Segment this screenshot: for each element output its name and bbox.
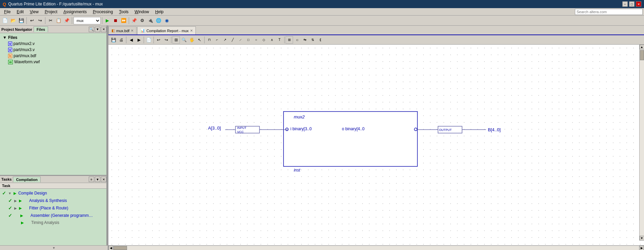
project-dropdown[interactable]: mux [74,17,101,24]
left-panel-resize[interactable] [106,26,108,250]
menu-file[interactable]: File [1,9,13,15]
menu-window[interactable]: Window [132,9,152,15]
toolbar-programmer[interactable]: 🔌 [147,17,154,24]
tasks-menu-btn1[interactable]: ≡ [89,177,94,182]
task-play-analysis[interactable]: ▶ [19,199,22,203]
bdf-redo[interactable]: ↪ [163,36,170,44]
menu-help[interactable]: Help [152,9,166,15]
task-timing[interactable]: ▶ Timing Analysis [0,219,108,226]
task-play-assembler[interactable]: ▶ [20,213,23,218]
hscroll-thumb[interactable] [113,246,127,250]
bdf-tool9[interactable]: ∧ [268,36,275,44]
bdf-tool10[interactable]: T [276,36,283,44]
search-input[interactable] [575,9,643,15]
close-button[interactable]: ✕ [636,1,641,7]
toolbar-paste[interactable]: 📌 [63,17,70,24]
task-play-compile[interactable]: ▶ [14,191,16,196]
bdf-tool8[interactable]: ◇ [260,36,268,44]
toolbar-copy[interactable]: 📋 [55,17,62,24]
maximize-button[interactable]: □ [629,1,635,7]
bdf-fit[interactable]: ⊞ [172,36,180,44]
file-item-muxbdf[interactable]: b part/mux.bdf [1,53,106,59]
bdf-tool5[interactable]: ⟋ [237,36,244,44]
toolbar-netlist[interactable]: 🌐 [155,17,162,24]
tab-report-close[interactable]: ✕ [190,29,193,32]
toolbar-open[interactable]: 📂 [9,17,17,24]
tab-files[interactable]: Files [34,26,48,32]
bdf-undo[interactable]: ↩ [155,36,162,44]
toolbar-save[interactable]: 💾 [18,17,25,24]
bdf-zoom-in[interactable]: 🔍 [180,36,188,44]
toolbar-new[interactable]: 📄 [1,17,9,24]
bdf-grid2[interactable]: ⟤ [293,36,301,44]
task-expand-compile[interactable]: ▼ [8,191,12,195]
tasks-close-btn[interactable]: ✕ [101,177,106,182]
bdf-print[interactable]: 🖨 [118,36,125,44]
task-analysis-synthesis[interactable]: ✓ ▶ ▶ Analysis & Synthesis [0,197,108,204]
bdf-tool7[interactable]: ○ [252,36,260,44]
task-fitter[interactable]: ✓ ▶ ▶ Fitter (Place & Route) [0,204,108,212]
menu-tools[interactable]: Tools [116,9,131,15]
task-play-fitter[interactable]: ▶ [19,206,22,210]
minimize-button[interactable]: − [622,1,628,7]
tab-bdf-close[interactable]: ✕ [131,29,133,32]
toolbar-undo[interactable]: ↩ [28,17,36,24]
pn-search-btn[interactable]: 🔍 [89,27,94,32]
task-expand-analysis[interactable]: ▶ [14,199,17,203]
bdf-grid3[interactable]: ⇆ [301,36,309,44]
bdf-tool2[interactable]: ⌐ [213,36,221,44]
bdf-save[interactable]: 💾 [110,36,117,44]
bdf-toolbar: 💾 🖨 ◀ ▶ 📄 ↩ ↪ ⊞ 🔍 🖐 ↖ ⊓ ⌐ ↗ ╱ ⟋ □ ○ ◇ ∧ [108,35,644,45]
toolbar-redo[interactable]: ↪ [36,17,44,24]
toolbar-analyze[interactable]: ⏩ [120,17,127,24]
toolbar-compile-stop[interactable]: ⏹ [112,17,119,24]
task-expand-fitter[interactable]: ▶ [14,206,17,210]
task-play-timing[interactable]: ▶ [21,221,24,225]
menu-processing[interactable]: Processing [90,9,116,15]
menu-project[interactable]: Project [42,9,60,15]
vscroll-track[interactable] [640,49,644,236]
bdf-grid4[interactable]: ⇅ [309,36,316,44]
file-item-waveform[interactable]: w Waveform.vwf [1,59,106,65]
bdf-new[interactable]: 📄 [145,36,152,44]
tab-compilation-report[interactable]: 📊 Compilation Report - mux ✕ [137,26,196,35]
task-compile-design[interactable]: ✓ ▼ ▶ Compile Design [0,189,108,197]
file-item-mux3v[interactable]: v part/mux3.v [1,47,106,53]
bdf-back[interactable]: ◀ [127,36,135,44]
hscroll-left[interactable]: ◀ [108,246,113,250]
canvas-area[interactable]: A[3..0] INPUT VCC mux2 i binary[3. [108,45,644,245]
toolbar-cut[interactable]: ✂ [47,17,54,24]
pn-menu-btn[interactable]: ▼ [95,27,100,32]
svg-text:inst: inst [294,168,300,173]
hscroll-track[interactable] [113,246,639,250]
bdf-tool1[interactable]: ⊓ [206,36,213,44]
bdf-grid1[interactable]: ⊞ [286,36,293,44]
menu-view[interactable]: View [27,9,41,15]
task-assembler[interactable]: ✓ ▶ Assembler (Generate programm… [0,212,108,219]
bdf-tool6[interactable]: □ [245,36,252,44]
toolbar-extra[interactable]: ◉ [163,17,170,24]
bdf-forward[interactable]: ▶ [135,36,143,44]
vscroll-down[interactable]: ▼ [640,236,644,241]
bdf-grid5[interactable]: ⟪ [317,36,324,44]
tasks-menu-btn2[interactable]: ▼ [95,177,100,182]
menu-edit[interactable]: Edit [14,9,26,15]
file-name-mux3v: part/mux3.v [14,47,35,52]
pn-close-btn[interactable]: ✕ [101,27,106,32]
toolbar-pin-planner[interactable]: 📌 [130,17,138,24]
bdf-hand[interactable]: 🖐 [188,36,195,44]
vscroll-up[interactable]: ▲ [640,45,644,49]
tab-mux-bdf[interactable]: ◧ mux.bdf ✕ [108,26,137,35]
hscroll-right[interactable]: ▶ [639,246,644,250]
bdf-select[interactable]: ↖ [196,36,203,44]
bdf-tool3[interactable]: ↗ [221,36,229,44]
bdf-tool4[interactable]: ╱ [229,36,236,44]
right-panel: ◧ mux.bdf ✕ 📊 Compilation Report - mux ✕… [108,26,644,250]
toolbar-compile-start[interactable]: ▶ [104,17,111,24]
toolbar-settings[interactable]: ⚙ [139,17,146,24]
file-item-mux2v[interactable]: v part/mux2.v [1,41,106,47]
menu-assignments[interactable]: Assignments [61,9,89,15]
tree-root-files[interactable]: ▼ Files [1,35,106,41]
tab-compilation[interactable]: Compilation [13,177,41,182]
vscroll-thumb[interactable] [640,50,644,60]
